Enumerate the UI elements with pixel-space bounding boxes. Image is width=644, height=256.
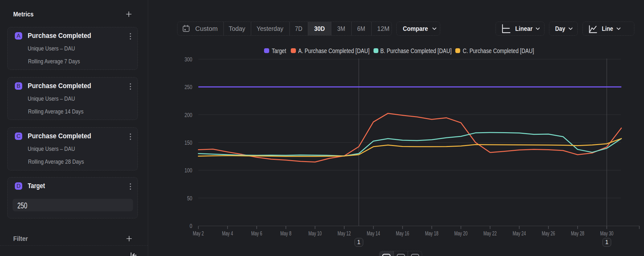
svg-text:May 4: May 4 <box>222 230 233 237</box>
svg-text:100: 100 <box>185 167 192 174</box>
svg-text:May 18: May 18 <box>425 230 438 237</box>
svg-text:May 16: May 16 <box>396 230 409 237</box>
svg-text:May 30: May 30 <box>600 230 613 237</box>
svg-text:300: 300 <box>185 56 192 63</box>
svg-text:May 10: May 10 <box>308 230 322 237</box>
svg-text:May 12: May 12 <box>337 230 351 237</box>
svg-text:0: 0 <box>190 223 192 229</box>
svg-text:May 24: May 24 <box>513 230 526 237</box>
svg-text:May 22: May 22 <box>483 230 497 237</box>
svg-text:May 28: May 28 <box>571 230 584 237</box>
svg-text:May 6: May 6 <box>251 230 262 237</box>
svg-text:50: 50 <box>187 195 192 202</box>
svg-text:May 20: May 20 <box>454 230 468 237</box>
svg-text:May 2: May 2 <box>193 230 204 237</box>
svg-text:250: 250 <box>185 84 192 90</box>
svg-text:May 8: May 8 <box>280 230 291 237</box>
svg-text:200: 200 <box>185 112 192 118</box>
svg-text:150: 150 <box>185 139 192 146</box>
svg-text:May 14: May 14 <box>367 230 380 237</box>
svg-text:May 26: May 26 <box>542 230 555 237</box>
